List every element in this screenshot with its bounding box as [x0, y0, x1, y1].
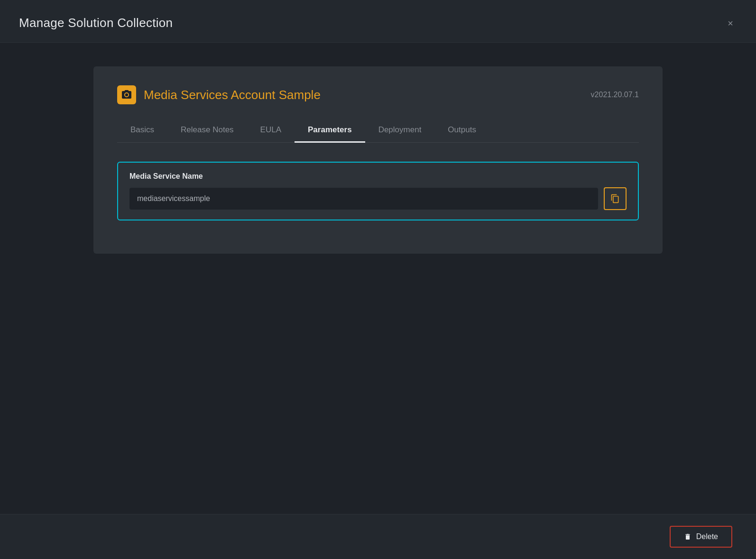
modal-body: Media Services Account Sample v2021.20.0… [0, 43, 756, 514]
tab-deployment[interactable]: Deployment [365, 119, 435, 143]
tab-outputs[interactable]: Outputs [434, 119, 489, 143]
card-title-row: Media Services Account Sample [117, 85, 321, 104]
param-field-media-service-name: Media Service Name [117, 162, 639, 220]
trash-icon [684, 533, 691, 541]
camera-icon [117, 85, 136, 104]
modal-header: Manage Solution Collection × [0, 0, 756, 43]
param-field-label: Media Service Name [129, 172, 627, 181]
tabs-nav: Basics Release Notes EULA Parameters Dep… [117, 119, 639, 143]
card-title: Media Services Account Sample [144, 88, 321, 102]
param-input-media-service-name[interactable] [129, 188, 598, 210]
copy-button[interactable] [604, 187, 627, 210]
modal-title: Manage Solution Collection [19, 16, 173, 30]
tab-eula[interactable]: EULA [247, 119, 295, 143]
modal-overlay: Manage Solution Collection × Media Servi… [0, 0, 756, 559]
close-button[interactable]: × [724, 17, 737, 30]
param-input-row [129, 187, 627, 210]
tab-basics[interactable]: Basics [117, 119, 167, 143]
tab-release-notes[interactable]: Release Notes [167, 119, 247, 143]
solution-card: Media Services Account Sample v2021.20.0… [93, 66, 663, 254]
delete-label: Delete [696, 532, 718, 541]
modal-footer: Delete [0, 514, 756, 559]
version-label: v2021.20.07.1 [591, 91, 639, 99]
tab-content-parameters: Media Service Name [117, 157, 639, 225]
delete-button[interactable]: Delete [670, 526, 732, 548]
tab-parameters[interactable]: Parameters [295, 119, 365, 143]
card-header: Media Services Account Sample v2021.20.0… [117, 85, 639, 104]
